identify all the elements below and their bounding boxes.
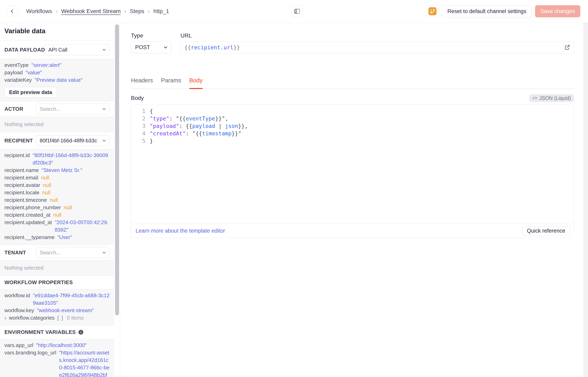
version-history-button[interactable] bbox=[426, 5, 439, 17]
payload-fields: eventType"server:alert"payload"value"var… bbox=[4, 61, 110, 84]
quick-reference-button[interactable]: Quick reference bbox=[522, 226, 570, 236]
line-number: 5 bbox=[131, 137, 145, 145]
type-label: Type bbox=[131, 32, 172, 39]
kv-key: recipient.created_at bbox=[4, 211, 50, 219]
kv-key: payload bbox=[4, 69, 23, 76]
env-fields-block: vars.app_url"http://localhost:3000"vars.… bbox=[0, 339, 114, 377]
environment-variables-label: ENVIRONMENT VARIABLES bbox=[4, 329, 76, 335]
kv-row: workflow.id"e91ddae4-7f99-45cb-a688-3c12… bbox=[4, 292, 110, 307]
kv-row: variableKey"Preview data value" bbox=[4, 76, 110, 84]
kv-row: workflow.key"webhook-event-stream" bbox=[4, 307, 110, 314]
breadcrumb-item[interactable]: Webhook Event Stream bbox=[61, 8, 121, 14]
kv-value: null bbox=[53, 211, 61, 219]
kv-key: workflow.id bbox=[4, 292, 30, 299]
kv-value: "2024-03-05T00:42:29.839Z" bbox=[55, 219, 110, 234]
breadcrumb-item[interactable]: Workflows bbox=[26, 8, 52, 14]
request-editor-main: Type POST URL {{recipient.url}} bbox=[120, 23, 588, 377]
code-editor[interactable]: 1{2"type": "{{eventType}}",3"payload": {… bbox=[131, 105, 574, 224]
language-badge-label: JSON (Liquid) bbox=[539, 95, 571, 101]
kv-value: "value" bbox=[26, 69, 42, 76]
tenant-row: TENANT Search... bbox=[0, 245, 114, 260]
info-icon[interactable] bbox=[78, 330, 83, 335]
data-payload-row: DATA PAYLOAD API Call bbox=[0, 41, 114, 59]
chevron-down-icon bbox=[102, 138, 106, 143]
actor-label: ACTOR bbox=[4, 106, 23, 112]
payload-fields-block: eventType"server:alert"payload"value"var… bbox=[0, 59, 114, 101]
code-line: 3"payload": {{payload | json}}, bbox=[131, 122, 574, 130]
kv-row: payload"value" bbox=[4, 69, 110, 76]
recipient-row: RECIPIENT 80f1f4bf-166d-48f9-b33c bbox=[0, 132, 114, 149]
code-icon bbox=[532, 96, 537, 101]
kv-key: workflow.categories bbox=[9, 314, 55, 322]
data-payload-select[interactable]: API Call bbox=[45, 44, 110, 55]
kv-key: recipient.id bbox=[4, 152, 30, 159]
kv-value: null bbox=[42, 189, 50, 196]
actor-placeholder: Search... bbox=[40, 106, 100, 112]
topbar-actions: Reset to default channel settings Save c… bbox=[426, 5, 580, 17]
actor-row: ACTOR Search... bbox=[0, 101, 114, 117]
chevron-down-icon bbox=[102, 106, 106, 111]
top-bar: Workflows›Webhook Event Stream›Steps›htt… bbox=[0, 0, 588, 23]
url-input[interactable]: {{recipient.url}} bbox=[180, 41, 574, 53]
breadcrumb: Workflows›Webhook Event Stream›Steps›htt… bbox=[26, 8, 169, 14]
kv-value: "webhook-event-stream" bbox=[37, 307, 94, 314]
kv-row: recipient.__typename"User" bbox=[4, 234, 110, 241]
git-branch-icon bbox=[428, 7, 436, 15]
kv-row: recipient.emailnull bbox=[4, 174, 110, 181]
main-scrollbar-track[interactable] bbox=[583, 23, 588, 377]
kv-value: "User" bbox=[58, 234, 72, 241]
kv-key: recipient.phone_number bbox=[4, 204, 61, 211]
type-field-group: Type POST bbox=[131, 32, 172, 53]
kv-row: eventType"server:alert" bbox=[4, 61, 110, 69]
kv-row: recipient.phone_numbernull bbox=[4, 204, 110, 211]
recipient-fields-block: recipient.id"80f1f4bf-166d-48f9-b33c-390… bbox=[0, 149, 114, 245]
code-line: 5} bbox=[131, 137, 574, 145]
kv-suffix: 0 items bbox=[67, 314, 84, 322]
expand-chevron-icon[interactable]: › bbox=[4, 314, 6, 321]
data-payload-value: API Call bbox=[48, 47, 100, 53]
chevron-down-icon bbox=[163, 45, 168, 50]
kv-value: "http://localhost:3000" bbox=[36, 342, 87, 349]
kv-key: recipient.locale bbox=[4, 189, 39, 196]
sidebar-panel-icon bbox=[294, 8, 301, 15]
tenant-select[interactable]: Search... bbox=[36, 247, 110, 258]
actor-select[interactable]: Search... bbox=[36, 104, 110, 114]
reset-channel-settings-button[interactable]: Reset to default channel settings bbox=[442, 5, 532, 17]
sidebar-header: Variable data bbox=[0, 23, 114, 41]
recipient-fields: recipient.id"80f1f4bf-166d-48f9-b33c-390… bbox=[4, 152, 110, 241]
environment-variables-header: ENVIRONMENT VARIABLES bbox=[0, 325, 114, 339]
toggle-sidebar-button[interactable] bbox=[292, 6, 303, 17]
kv-value: null bbox=[50, 196, 58, 204]
kv-value: null bbox=[41, 174, 49, 181]
workflow-properties-label: WORKFLOW PROPERTIES bbox=[4, 279, 73, 286]
code-line: 4"createdAt": "{{timestamp}}" bbox=[131, 130, 574, 137]
template-editor-docs-link[interactable]: Learn more about the template editor bbox=[136, 228, 225, 234]
kv-value: "e91ddae4-7f99-45cb-a688-3c129aae3105" bbox=[33, 292, 110, 307]
workflow-fields-block: workflow.id"e91ddae4-7f99-45cb-a688-3c12… bbox=[0, 289, 114, 325]
kv-row: recipient.localenull bbox=[4, 189, 110, 196]
kv-value: "https://account-assets.knock.app/42d161… bbox=[59, 349, 110, 377]
tab-headers[interactable]: Headers bbox=[131, 77, 153, 89]
external-link-icon[interactable] bbox=[564, 44, 570, 50]
kv-key: variableKey bbox=[4, 76, 32, 84]
method-select[interactable]: POST bbox=[131, 41, 172, 53]
edit-preview-data-button[interactable]: Edit preview data bbox=[4, 87, 57, 97]
url-value: {{recipient.url}} bbox=[184, 44, 240, 50]
url-field-group: URL {{recipient.url}} bbox=[180, 32, 574, 53]
back-button[interactable] bbox=[6, 6, 18, 17]
kv-row: recipient.id"80f1f4bf-166d-48f9-b33c-390… bbox=[4, 152, 110, 166]
variable-data-sidebar: Variable data DATA PAYLOAD API Call even… bbox=[0, 23, 120, 377]
kv-row: vars.branding.logo_url"https://account-a… bbox=[4, 349, 110, 377]
language-badge: JSON (Liquid) bbox=[529, 94, 574, 102]
save-changes-button[interactable]: Save changes bbox=[535, 5, 580, 17]
tab-params[interactable]: Params bbox=[161, 77, 181, 89]
sidebar-scrollbar[interactable] bbox=[115, 24, 119, 315]
tenant-label: TENANT bbox=[4, 249, 26, 256]
kv-value: "80f1f4bf-166d-48f9-b33c-39009df20bc3" bbox=[33, 152, 110, 166]
recipient-select[interactable]: 80f1f4bf-166d-48f9-b33c bbox=[36, 135, 110, 146]
kv-value: null bbox=[64, 204, 72, 211]
body-section-header: Body JSON (Liquid) bbox=[131, 94, 574, 102]
kv-value: null bbox=[43, 181, 51, 189]
line-number: 4 bbox=[131, 130, 145, 137]
tab-body[interactable]: Body bbox=[189, 77, 203, 89]
